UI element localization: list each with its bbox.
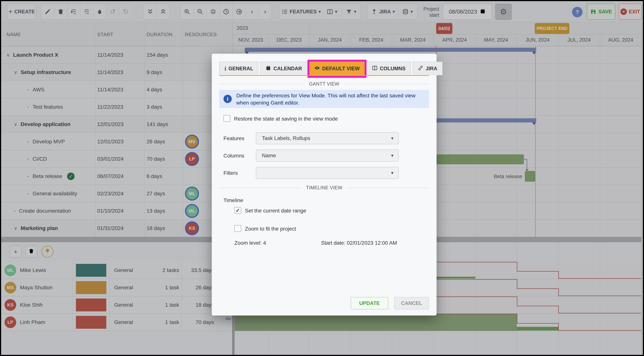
features-select[interactable]: Task Labels, Rollups ▾ [256,132,399,144]
chevron-down-icon: ▾ [391,170,394,176]
start-date-text: Start date: 02/01/2023 12:00 AM [321,240,406,246]
tab-jira[interactable]: JIRA [412,62,442,75]
features-field-label: Features [224,136,244,142]
filters-field-label: Filters [224,170,238,176]
zoom-level-text: Zoom level: 4 [234,240,266,246]
eye-icon [314,65,320,72]
tab-columns[interactable]: COLUMNS [367,62,411,75]
filters-select[interactable]: ▾ [256,167,399,179]
restore-state-checkbox-label: Restore the state at saving in the view … [234,116,338,122]
info-circle-icon: i [224,95,232,103]
info-banner-text: Define the preferences for View Mode. Th… [236,92,425,106]
info-icon: i [224,65,226,72]
current-date-range-checkbox[interactable]: ✓ [234,207,241,214]
tab-calendar[interactable]: CALENDAR [260,62,307,75]
tab-general[interactable]: i GENERAL [219,62,258,75]
columns-icon [372,65,378,72]
zoom-to-fit-checkbox[interactable] [234,225,241,232]
tab-underline [219,75,429,76]
restore-state-checkbox[interactable] [224,115,230,122]
current-date-range-checkbox-label: Set the current date range [245,208,306,214]
cancel-button[interactable]: CANCEL [394,297,429,310]
update-button[interactable]: UPDATE [351,297,388,310]
chevron-down-icon: ▾ [391,136,394,141]
tab-default-view[interactable]: DEFAULT VIEW [309,62,365,75]
gantt-view-section-divider: GANTT VIEW [219,81,429,87]
settings-dialog: i GENERAL CALENDAR DEFAULT VIEW COLUMNS … [212,54,436,316]
timeline-group-label: Timeline [224,197,243,204]
gantt-editor-window: + CREATE ↺ ↻ ‹ › FEATURES ▾ ▾ ▾ [0,0,644,356]
timeline-view-section-divider: TIMELINE VIEW [219,185,429,190]
columns-select[interactable]: Name ▾ [256,150,399,162]
settings-tabs: i GENERAL CALENDAR DEFAULT VIEW COLUMNS … [219,62,429,75]
calendar-icon [266,65,271,72]
info-banner: i Define the preferences for View Mode. … [219,90,429,108]
columns-field-label: Columns [224,153,244,159]
link-icon [418,65,423,72]
zoom-to-fit-checkbox-label: Zoom to fit the project [245,226,296,232]
chevron-down-icon: ▾ [391,153,394,158]
